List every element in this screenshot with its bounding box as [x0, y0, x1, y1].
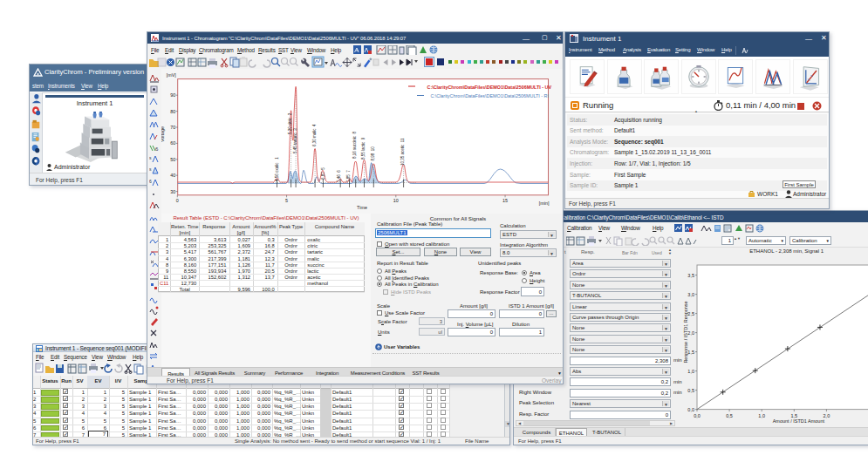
- svg-text:2,0: 2,0: [687, 330, 694, 336]
- svg-text:Time: Time: [357, 205, 367, 210]
- svg-text:6,30 malic 4: 6,30 malic 4: [312, 124, 317, 146]
- svg-text:8,55 lactic 9: 8,55 lactic 9: [361, 137, 366, 160]
- svg-text:15: 15: [502, 198, 508, 203]
- svg-text:Amount / ISTD1 Amount: Amount / ISTD1 Amount: [773, 418, 825, 424]
- svg-text:10: 10: [393, 198, 399, 203]
- svg-text:1,5: 1,5: [687, 350, 694, 355]
- svg-text:10,35 acetic 11: 10,35 acetic 11: [400, 138, 405, 166]
- svg-text:70: 70: [170, 125, 175, 130]
- svg-text:8,16 succinic 8: 8,16 succinic 8: [352, 131, 357, 159]
- svg-text:0,5: 0,5: [687, 388, 694, 393]
- svg-text:2,5: 2,5: [687, 311, 694, 316]
- svg-text:1,5: 1,5: [790, 413, 797, 418]
- svg-text:ETHANOL - 2,308 min, Signal 1: ETHANOL - 2,308 min, Signal 1: [749, 248, 824, 254]
- svg-text:s: s: [149, 166, 152, 172]
- svg-text:50: 50: [170, 157, 175, 162]
- svg-text:3,0: 3,0: [687, 292, 694, 297]
- svg-text:6: 6: [155, 146, 159, 152]
- svg-text:Response / ISTD1 Response: Response / ISTD1 Response: [683, 301, 688, 363]
- svg-text:Voltage: Voltage: [161, 126, 165, 142]
- svg-text:6,87 5: 6,87 5: [321, 167, 325, 180]
- svg-text:C:\ClarityChrom\DataFiles\DEMO: C:\ClarityChrom\DataFiles\DEMO1\Data\250…: [430, 93, 549, 99]
- svg-text:80: 80: [170, 109, 175, 114]
- svg-text:1,0: 1,0: [758, 413, 765, 418]
- svg-text:5,45 tartaric 3: 5,45 tartaric 3: [293, 128, 297, 153]
- svg-text:90: 90: [170, 92, 175, 98]
- svg-text:7,85 7: 7,85 7: [346, 170, 351, 182]
- svg-text:8,98 10: 8,98 10: [371, 146, 375, 161]
- svg-text:1,0: 1,0: [687, 369, 694, 374]
- svg-text:6: 6: [149, 179, 152, 184]
- svg-text:4,56 oxalic 1: 4,56 oxalic 1: [275, 157, 279, 181]
- svg-text:5: 5: [285, 198, 288, 203]
- svg-text:0,0: 0,0: [694, 413, 701, 418]
- svg-text:3,5: 3,5: [687, 273, 694, 278]
- svg-text:C:\ClarityChrom\DataFiles\DEMO: C:\ClarityChrom\DataFiles\DEMO1\Data\250…: [427, 85, 552, 90]
- svg-text:0,5: 0,5: [726, 413, 733, 418]
- svg-text:2,0: 2,0: [824, 413, 830, 418]
- svg-text:7,46 6: 7,46 6: [337, 170, 341, 182]
- svg-text:40: 40: [170, 173, 175, 178]
- svg-text:[mV]: [mV]: [167, 72, 177, 78]
- svg-text:s: s: [149, 155, 152, 160]
- svg-text:[min]: [min]: [539, 200, 550, 206]
- svg-text:60: 60: [170, 140, 175, 146]
- svg-text:30: 30: [170, 189, 175, 194]
- svg-text:0: 0: [176, 198, 179, 203]
- svg-text:5,20 citric 2: 5,20 citric 2: [288, 112, 292, 134]
- svg-text:0,0: 0,0: [687, 407, 694, 412]
